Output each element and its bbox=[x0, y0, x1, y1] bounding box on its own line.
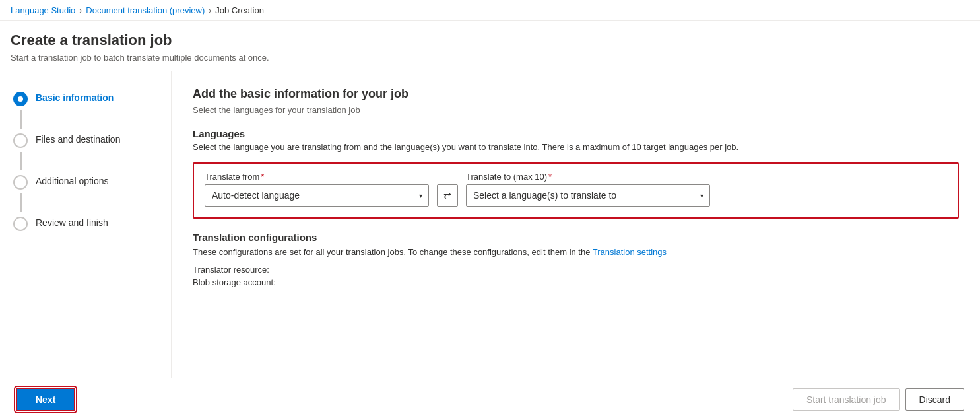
sidebar: Basic information Files and destination … bbox=[0, 71, 172, 419]
step-basic-information[interactable]: Basic information bbox=[13, 87, 158, 110]
next-button[interactable]: Next bbox=[16, 388, 75, 411]
step-additional-options[interactable]: Additional options bbox=[13, 170, 158, 193]
step-files-destination[interactable]: Files and destination bbox=[13, 129, 158, 152]
step-label-files: Files and destination bbox=[36, 133, 120, 145]
page-description: Start a translation job to batch transla… bbox=[11, 53, 969, 63]
translate-to-select-wrapper: Select a language(s) to translate to Eng… bbox=[466, 184, 710, 207]
translate-to-required: * bbox=[548, 172, 552, 182]
step-circle-review bbox=[13, 217, 28, 231]
swap-icon: ⇄ bbox=[443, 190, 451, 201]
content-heading: Add the basic information for your job bbox=[193, 87, 959, 101]
languages-section-title: Languages bbox=[193, 128, 959, 139]
bottom-bar: Next Start translation job Discard bbox=[0, 378, 980, 420]
translate-to-select[interactable]: Select a language(s) to translate to Eng… bbox=[466, 184, 710, 207]
swap-languages-button[interactable]: ⇄ bbox=[437, 184, 458, 207]
config-title: Translation configurations bbox=[193, 232, 959, 243]
config-desc: These configurations are set for all you… bbox=[193, 247, 959, 257]
step-label-review: Review and finish bbox=[36, 216, 108, 228]
breadcrumb-current: Job Creation bbox=[215, 5, 264, 15]
content-area: Add the basic information for your job S… bbox=[172, 71, 980, 419]
breadcrumb-document-translation[interactable]: Document translation (preview) bbox=[86, 5, 205, 15]
config-section: Translation configurations These configu… bbox=[193, 232, 959, 287]
discard-button[interactable]: Discard bbox=[905, 388, 964, 411]
config-row-translator: Translator resource: bbox=[193, 265, 959, 275]
step-circle-basic bbox=[13, 92, 28, 106]
languages-section-desc: Select the language you are translating … bbox=[193, 142, 959, 152]
content-subtitle: Select the languages for your translatio… bbox=[193, 105, 959, 115]
step-connector-2 bbox=[20, 152, 22, 170]
page-header: Create a translation job Start a transla… bbox=[0, 21, 980, 71]
step-label-additional: Additional options bbox=[36, 174, 109, 186]
config-row-blob: Blob storage account: bbox=[193, 277, 959, 287]
step-circle-files bbox=[13, 133, 28, 148]
breadcrumb-sep-2: › bbox=[209, 6, 211, 15]
breadcrumb: Language Studio › Document translation (… bbox=[0, 0, 980, 21]
translate-to-group: Translate to (max 10)* Select a language… bbox=[466, 172, 710, 207]
main-layout: Basic information Files and destination … bbox=[0, 71, 980, 419]
step-connector-1 bbox=[20, 110, 22, 129]
translate-to-label: Translate to (max 10)* bbox=[466, 172, 710, 182]
breadcrumb-language-studio[interactable]: Language Studio bbox=[11, 5, 75, 15]
right-buttons: Start translation job Discard bbox=[793, 388, 964, 411]
start-translation-button[interactable]: Start translation job bbox=[793, 388, 900, 411]
step-connector-3 bbox=[20, 193, 22, 212]
translate-from-select-wrapper: Auto-detect language English French Germ… bbox=[205, 184, 429, 207]
languages-box: Translate from* Auto-detect language Eng… bbox=[193, 162, 959, 219]
step-review-finish[interactable]: Review and finish bbox=[13, 212, 158, 235]
breadcrumb-sep-1: › bbox=[79, 6, 82, 15]
translate-from-select[interactable]: Auto-detect language English French Germ… bbox=[205, 184, 429, 207]
translation-settings-link[interactable]: Translation settings bbox=[593, 247, 667, 257]
translate-from-group: Translate from* Auto-detect language Eng… bbox=[205, 172, 429, 207]
step-label-basic: Basic information bbox=[36, 91, 114, 103]
step-circle-additional bbox=[13, 175, 28, 190]
translate-from-label: Translate from* bbox=[205, 172, 429, 182]
page-title: Create a translation job bbox=[11, 32, 969, 49]
translate-from-required: * bbox=[261, 172, 264, 182]
